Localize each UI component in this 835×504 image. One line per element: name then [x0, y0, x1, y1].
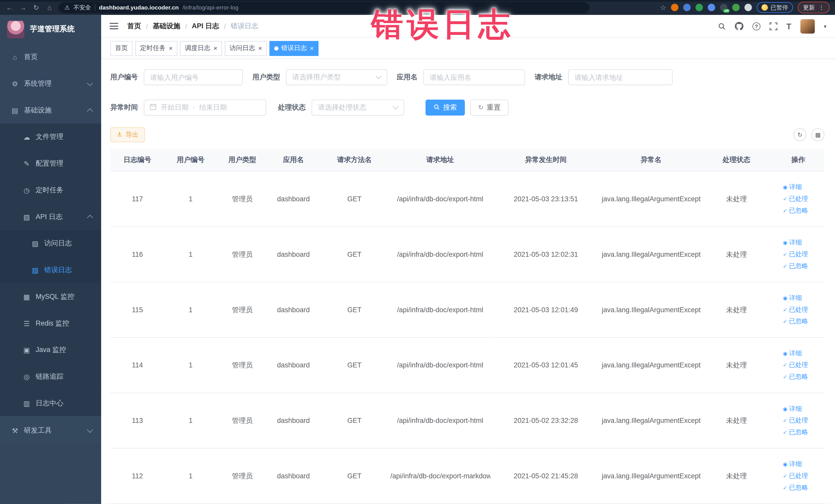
cell-id: 114 [110, 337, 165, 393]
action-已处理[interactable]: ✓已处理 [783, 361, 808, 370]
request-url-input[interactable] [568, 69, 673, 85]
search-icon[interactable] [718, 22, 726, 30]
sidebar-item-文件管理[interactable]: ☁文件管理 [0, 123, 101, 150]
sidebar-item-链路追踪[interactable]: ◎链路追踪 [0, 363, 101, 390]
user-type-placeholder: 请选择用户类型 [292, 73, 341, 82]
extension-green-circle-icon[interactable] [695, 4, 703, 11]
sidebar-item-Java 监控[interactable]: ▣Java 监控 [0, 337, 101, 363]
breadcrumb-item[interactable]: 基础设施 [153, 21, 180, 31]
close-icon[interactable]: × [310, 45, 314, 52]
reset-button[interactable]: ↻ 重置 [470, 100, 509, 116]
tab-首页[interactable]: 首页 [110, 41, 133, 56]
export-button[interactable]: 导出 [110, 127, 145, 142]
action-已忽略[interactable]: ✓已忽略 [783, 483, 808, 492]
github-icon[interactable] [735, 22, 744, 30]
close-icon[interactable]: × [258, 45, 262, 52]
check-icon: ✓ [783, 374, 787, 380]
action-已忽略[interactable]: ✓已忽略 [783, 262, 808, 270]
sidebar-item-日志中心[interactable]: ▥日志中心 [0, 390, 101, 417]
user-id-input[interactable] [144, 69, 243, 85]
browser-menu-icon[interactable]: ⋮ [819, 4, 824, 11]
extension-blue-shield-icon[interactable] [683, 4, 691, 11]
action-已处理[interactable]: ✓已处理 [783, 416, 808, 425]
hamburger-icon[interactable] [109, 23, 118, 29]
action-已处理[interactable]: ✓已处理 [783, 471, 808, 480]
extension-blue-grid-icon[interactable] [708, 4, 715, 11]
user-type-label: 用户类型 [252, 73, 280, 82]
sidebar-item-配置管理[interactable]: ✎配置管理 [0, 150, 101, 177]
error-log-icon: ▨ [31, 266, 39, 274]
user-type-select[interactable]: 请选择用户类型 [286, 69, 387, 85]
cell-status: 未处理 [701, 448, 772, 504]
bookmark-star-icon[interactable]: ☆ [660, 3, 666, 11]
breadcrumb-item[interactable]: 首页 [127, 21, 141, 31]
action-详细[interactable]: ◉详细 [783, 349, 802, 358]
exception-time-range-picker[interactable]: 开始日期 - 结束日期 [144, 100, 266, 116]
action-已处理[interactable]: ✓已处理 [783, 194, 808, 203]
sidebar-item-访问日志[interactable]: ▨访问日志 [0, 230, 101, 257]
update-button[interactable]: 更新 ⋮ [798, 2, 830, 13]
tab-错误日志[interactable]: 错误日志× [269, 41, 319, 56]
action-详细[interactable]: ◉详细 [783, 238, 802, 247]
browser-window: ← → ↻ ⌂ ⚠ 不安全 dashboard.yudao.iocoder.cn… [0, 0, 835, 504]
search-button[interactable]: 搜索 [426, 100, 465, 116]
sidebar-item-基础设施[interactable]: ▤基础设施 [0, 97, 101, 124]
action-label: 详细 [789, 460, 802, 468]
home-icon[interactable]: ⌂ [45, 3, 54, 11]
font-size-icon[interactable]: T [787, 22, 791, 31]
cell-app_name: dashboard [268, 337, 319, 393]
access-log-icon: ▨ [31, 240, 39, 247]
sidebar-item-label: 基础设施 [24, 105, 52, 115]
paused-badge[interactable]: 已暂停 [757, 2, 793, 13]
security-warning-icon[interactable]: ⚠ [64, 4, 69, 11]
sidebar-item-Redis 监控[interactable]: ☰Redis 监控 [0, 310, 101, 337]
action-已忽略[interactable]: ✓已忽略 [783, 372, 808, 381]
extension-orange-icon[interactable] [671, 4, 678, 11]
sidebar-item-研发工具[interactable]: ⚒研发工具 [0, 417, 101, 444]
action-label: 详细 [789, 238, 802, 247]
tab-访问日志[interactable]: 访问日志× [225, 41, 267, 56]
action-已处理[interactable]: ✓已处理 [783, 250, 808, 259]
extension-light-icon[interactable] [745, 4, 752, 11]
avatar[interactable] [800, 19, 815, 33]
sidebar-item-API 日志[interactable]: ▧API 日志 [0, 203, 101, 230]
extension-dark-icon[interactable]: off [720, 4, 728, 11]
action-详细[interactable]: ◉详细 [783, 183, 802, 192]
chevron-down-icon[interactable]: ▾ [824, 23, 826, 29]
action-详细[interactable]: ◉详细 [783, 294, 802, 302]
column-header: 异常发生时间 [490, 149, 602, 171]
action-详细[interactable]: ◉详细 [783, 460, 802, 468]
sidebar-item-MySQL 监控[interactable]: ▦MySQL 监控 [0, 283, 101, 310]
help-icon[interactable]: ? [752, 22, 760, 30]
app-title: 芋道管理系统 [30, 24, 75, 34]
sidebar-item-系统管理[interactable]: ⚙系统管理 [0, 70, 101, 97]
reload-icon[interactable]: ↻ [32, 3, 40, 11]
sidebar-item-错误日志[interactable]: ▨错误日志 [0, 257, 101, 283]
action-已忽略[interactable]: ✓已忽略 [783, 428, 808, 437]
action-已处理[interactable]: ✓已处理 [783, 305, 808, 314]
cell-method: GET [319, 393, 390, 448]
forward-icon[interactable]: → [19, 3, 27, 11]
sidebar-item-label: Java 监控 [36, 345, 66, 355]
close-icon[interactable]: × [213, 45, 218, 52]
breadcrumb-item[interactable]: API 日志 [192, 21, 219, 31]
app-logo-row[interactable]: 芋道管理系统 [0, 15, 101, 44]
tab-调度日志[interactable]: 调度日志× [180, 41, 222, 56]
action-详细[interactable]: ◉详细 [783, 404, 802, 414]
refresh-icon[interactable]: ↻ [793, 128, 806, 141]
sidebar-item-首页[interactable]: ⌂首页 [0, 44, 101, 70]
action-已忽略[interactable]: ✓已忽略 [783, 317, 808, 326]
process-status-select[interactable]: 请选择处理状态 [312, 100, 404, 116]
sidebar-item-label: 配置管理 [36, 159, 63, 168]
action-已忽略[interactable]: ✓已忽略 [783, 206, 808, 215]
tab-定时任务[interactable]: 定时任务× [135, 41, 177, 56]
fullscreen-icon[interactable] [769, 22, 777, 30]
extension-leaf-icon[interactable] [732, 4, 740, 11]
app-name-input[interactable] [423, 69, 525, 85]
detail-eye-icon: ◉ [783, 350, 788, 356]
sidebar-item-定时任务[interactable]: ◷定时任务 [0, 177, 101, 204]
cell-method: GET [319, 337, 390, 393]
back-icon[interactable]: ← [5, 3, 14, 11]
close-icon[interactable]: × [169, 45, 173, 52]
columns-visibility-icon[interactable]: ▦ [812, 128, 824, 141]
